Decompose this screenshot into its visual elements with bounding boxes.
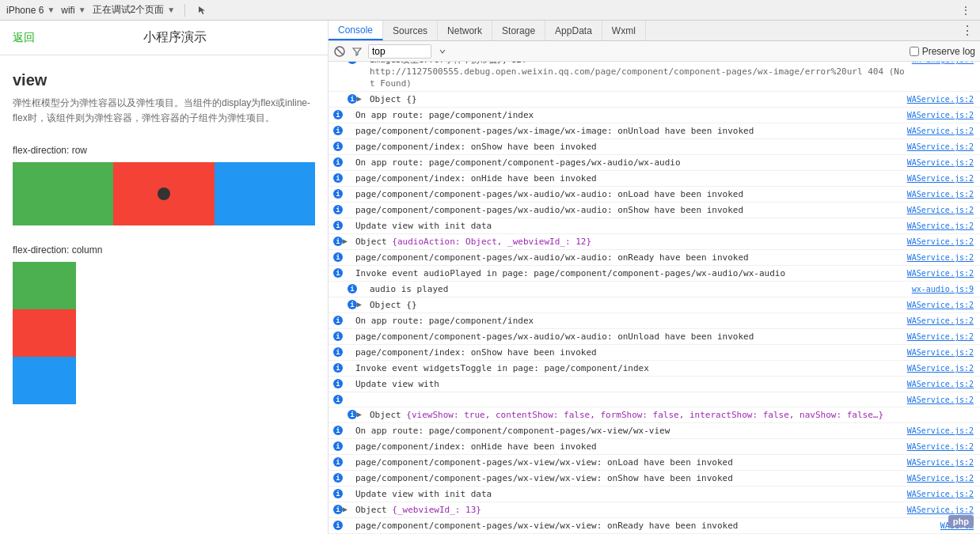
info-icon: i (333, 505, 343, 514)
device-name: iPhone 6 (6, 5, 44, 16)
log-row-icon-area: i (329, 330, 343, 341)
info-icon: i (333, 331, 343, 341)
tab-storage[interactable]: Storage (492, 21, 545, 40)
log-message: image3发生error事件，携带值为 GEThttp://112750055… (368, 62, 909, 90)
expand-icon[interactable]: ▶ (357, 408, 368, 418)
log-source[interactable]: wx-audio.js:9 (909, 282, 980, 295)
flex-col-item-blue (13, 357, 76, 404)
info-icon: i (333, 268, 343, 278)
log-source[interactable]: WAService.js:2 (904, 440, 980, 453)
info-icon: i (333, 237, 343, 246)
log-message: page/component/component-pages/wx-audio/… (354, 330, 904, 343)
log-message: page/component/index: onShow have been i… (354, 140, 904, 153)
log-source[interactable]: WAService.js:2 (904, 93, 980, 105)
log-source[interactable]: WAService.js:2 (904, 108, 980, 121)
tab-network[interactable]: Network (438, 21, 492, 40)
log-row: ipage/component/component-pages/wx-image… (329, 123, 980, 139)
log-source[interactable]: WAService.js:2 (904, 314, 980, 327)
flex-col-item-green (13, 262, 76, 309)
log-row-icon-area: i (329, 472, 343, 483)
log-source[interactable]: WAService.js:2 (904, 156, 980, 169)
expand-icon[interactable]: ▶ (357, 93, 368, 103)
log-source[interactable]: WAService.js:2 (904, 487, 980, 500)
log-row: ipage/component/component-pages/wx-audio… (329, 329, 980, 345)
status-text: 正在调试2个页面 (93, 3, 165, 17)
info-icon: i (333, 110, 343, 119)
log-message: Object {audioAction: Object, _webviewId_… (354, 235, 904, 248)
log-source[interactable]: WAService.js:2 (904, 472, 980, 484)
info-icon: i (333, 395, 343, 404)
devtools-more-icon[interactable]: ⋮ (961, 23, 974, 38)
log-message: On app route: page/component/component-p… (354, 156, 904, 169)
log-message: Invoke event audioPlayed in page: page/c… (354, 267, 904, 280)
log-source[interactable]: WAService.js:2 (904, 393, 980, 406)
log-row: ipage/component/index: onShow have been … (329, 139, 980, 155)
info-icon: i (333, 126, 343, 135)
flex-item-red (113, 162, 214, 225)
log-source[interactable]: WAService.js:2 (904, 124, 980, 137)
tab-console[interactable]: Console (329, 21, 383, 40)
info-icon: i (333, 363, 343, 373)
console-clear-button[interactable] (333, 45, 346, 58)
console-filter-dropdown[interactable] (436, 45, 449, 58)
tab-sources[interactable]: Sources (383, 21, 438, 40)
tab-appdata[interactable]: AppData (545, 21, 602, 40)
info-icon: i (333, 379, 343, 388)
console-filter-input[interactable] (368, 44, 431, 59)
tab-wxml[interactable]: Wxml (602, 21, 646, 40)
info-icon: i (348, 62, 357, 64)
log-row-icon-area: i (329, 124, 343, 135)
expand-icon[interactable]: ▶ (357, 298, 368, 309)
preserve-log-checkbox[interactable] (910, 47, 919, 56)
log-source[interactable]: WAService.js:2 (904, 456, 980, 468)
log-source[interactable]: WAService.js:2 (904, 362, 980, 374)
more-options-icon[interactable]: ⋮ (958, 2, 974, 18)
log-source[interactable]: WAService.js:2 (904, 187, 980, 200)
log-source[interactable]: WAService.js:2 (904, 267, 980, 279)
log-row-icon-area: i (329, 298, 357, 309)
log-source[interactable]: WAService.js:2 (904, 203, 980, 216)
device-selector[interactable]: iPhone 6 ▼ (6, 5, 55, 16)
info-icon: i (333, 221, 343, 230)
log-row-icon-area: i (329, 62, 357, 64)
log-row-icon-area: i (329, 503, 343, 514)
preserve-log-label[interactable]: Preserve log (910, 46, 975, 57)
back-button[interactable]: 返回 (13, 31, 35, 45)
status-selector[interactable]: 正在调试2个页面 ▼ (93, 3, 176, 17)
info-icon: i (333, 205, 343, 214)
expand-icon[interactable]: ▶ (343, 235, 354, 245)
expand-icon[interactable]: ▶ (343, 503, 354, 513)
log-row: iOn app route: page/component/component-… (329, 423, 980, 439)
info-icon: i (333, 489, 343, 498)
log-source[interactable]: WAService.js:2 (904, 424, 980, 437)
log-source[interactable]: WAService.js:2 (904, 503, 980, 516)
info-icon: i (333, 157, 343, 167)
log-message: On app route: page/component/index (354, 314, 904, 328)
log-source[interactable]: WAService.js:2 (904, 235, 980, 248)
log-row: iOn app route: page/component/indexWASer… (329, 313, 980, 329)
log-source[interactable]: WAService.js:2 (904, 219, 980, 232)
log-row-icon-area: i (329, 456, 343, 467)
network-selector[interactable]: wifi ▼ (61, 5, 85, 16)
log-row: iInvoke event audioPlayed in page: page/… (329, 266, 980, 282)
info-icon: i (348, 94, 357, 104)
log-source[interactable]: wx-image.js:4 (909, 62, 980, 66)
log-row: iWAService.js:2 (329, 392, 980, 407)
cursor-icon[interactable] (195, 2, 211, 18)
log-source[interactable]: WAService.js:2 (904, 140, 980, 153)
log-source[interactable]: WAService.js:2 (904, 298, 980, 311)
console-filter-icon[interactable] (351, 45, 363, 58)
log-row: ipage/component/component-pages/wx-audio… (329, 250, 980, 266)
log-message: page/component/component-pages/wx-view/w… (354, 456, 904, 469)
log-row-icon-area: i (329, 282, 357, 294)
log-row: iUpdate view with init dataWAService.js:… (329, 218, 980, 234)
info-icon: i (333, 142, 343, 151)
log-message: Update view with init data (354, 487, 904, 501)
log-source[interactable]: WAService.js:2 (904, 251, 980, 263)
log-source[interactable]: WAService.js:2 (904, 377, 980, 390)
log-source[interactable]: WAService.js:2 (904, 346, 980, 358)
log-source[interactable]: WAService.js:2 (904, 172, 980, 184)
console-log-area[interactable]: i▶Object {_webviewId_: 11}WAService.js:2… (329, 62, 980, 534)
log-source[interactable]: WAService.js:2 (904, 330, 980, 343)
log-row-icon-area: i (329, 219, 343, 230)
